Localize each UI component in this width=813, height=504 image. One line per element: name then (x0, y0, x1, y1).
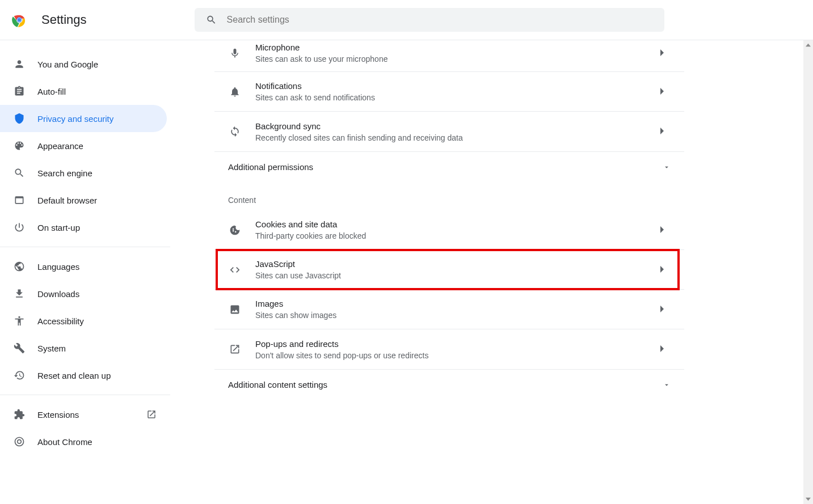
sidebar-item-label: Reset and clean up (37, 371, 167, 380)
svg-point-3 (18, 18, 21, 22)
chevron-right-icon (659, 48, 671, 58)
chrome-outline-icon (14, 436, 25, 447)
sidebar-item-label: About Chrome (37, 437, 167, 447)
sidebar-divider (0, 247, 170, 247)
scrollbar[interactable] (803, 40, 813, 504)
setting-row-background-sync[interactable]: Background sync Recently closed sites ca… (214, 112, 684, 151)
row-subtitle: Sites can ask to use your microphone (255, 54, 646, 63)
setting-row-notifications[interactable]: Notifications Sites can ask to send noti… (214, 72, 684, 112)
chevron-right-icon (659, 344, 671, 354)
sidebar-item-label: Extensions (37, 410, 134, 420)
sidebar-item-label: Downloads (37, 289, 167, 299)
browser-icon (14, 194, 25, 206)
setting-row-images[interactable]: Images Sites can show images (214, 290, 684, 329)
page-title: Settings (41, 12, 87, 27)
search-input[interactable] (227, 15, 653, 25)
sidebar-item-system[interactable]: System (0, 334, 167, 362)
sidebar-item-downloads[interactable]: Downloads (0, 280, 167, 307)
header: Settings (0, 0, 813, 40)
clipboard-icon (14, 86, 25, 97)
chevron-right-icon (659, 225, 671, 235)
scroll-up-button[interactable] (803, 40, 813, 50)
popup-icon (228, 342, 242, 356)
settings-panel: Microphone Sites can ask to use your mic… (214, 40, 684, 504)
chevron-right-icon (659, 126, 671, 137)
row-title: Pop-ups and redirects (255, 339, 646, 349)
sidebar-item-label: Auto-fill (37, 87, 167, 96)
sidebar-item-accessibility[interactable]: Accessibility (0, 307, 167, 334)
code-icon (228, 263, 242, 277)
sidebar-item-privacy-and-security[interactable]: Privacy and security (0, 105, 167, 132)
row-title: Cookies and site data (255, 219, 646, 229)
sidebar-item-appearance[interactable]: Appearance (0, 132, 167, 159)
expand-label: Additional content settings (228, 380, 327, 389)
shield-icon (14, 113, 25, 124)
search-icon (14, 167, 25, 179)
sidebar-item-auto-fill[interactable]: Auto-fill (0, 78, 167, 105)
chrome-logo-icon (11, 12, 27, 28)
puzzle-icon (14, 409, 25, 420)
row-subtitle: Sites can use Javascript (255, 271, 646, 280)
sidebar-item-label: Languages (37, 262, 167, 272)
search-icon (206, 14, 217, 26)
sidebar-item-languages[interactable]: Languages (0, 253, 167, 280)
row-subtitle: Third-party cookies are blocked (255, 231, 646, 240)
sidebar-item-extensions[interactable]: Extensions (0, 401, 167, 428)
row-title: Notifications (255, 81, 646, 91)
row-title: Microphone (255, 43, 646, 52)
sidebar-item-reset[interactable]: Reset and clean up (0, 362, 167, 389)
sidebar-item-label: Default browser (37, 196, 167, 205)
sidebar-item-label: Privacy and security (37, 114, 167, 124)
sidebar-item-label: System (37, 344, 167, 353)
sidebar: You and Google Auto-fill Privacy and sec… (0, 40, 170, 504)
expand-label: Additional permissions (228, 162, 313, 172)
row-subtitle: Sites can show images (255, 311, 646, 320)
open-external-icon (146, 409, 157, 420)
expand-additional-content[interactable]: Additional content settings (214, 369, 684, 400)
content-area: Microphone Sites can ask to use your mic… (170, 40, 813, 504)
palette-icon (14, 140, 25, 151)
sidebar-item-default-browser[interactable]: Default browser (0, 187, 167, 214)
sidebar-item-search-engine[interactable]: Search engine (0, 159, 167, 187)
chevron-right-icon (659, 87, 671, 97)
wrench-icon (14, 342, 25, 354)
setting-row-popups[interactable]: Pop-ups and redirects Don't allow sites … (214, 329, 684, 369)
sidebar-item-label: Search engine (37, 168, 167, 178)
section-header-content: Content (214, 182, 684, 210)
row-subtitle: Don't allow sites to send pop-ups or use… (255, 351, 646, 360)
sidebar-item-label: Accessibility (37, 316, 167, 326)
row-subtitle: Sites can ask to send notifications (255, 93, 646, 102)
restore-icon (14, 370, 25, 381)
expand-additional-permissions[interactable]: Additional permissions (214, 151, 684, 182)
image-icon (228, 303, 242, 316)
row-title: JavaScript (255, 259, 646, 269)
globe-icon (14, 261, 25, 272)
download-icon (14, 288, 25, 299)
cookie-icon (228, 223, 242, 237)
chevron-right-icon (659, 265, 671, 275)
person-icon (14, 58, 25, 70)
chevron-down-icon (663, 163, 671, 171)
row-title: Images (255, 299, 646, 308)
sidebar-item-label: On start-up (37, 223, 167, 232)
setting-row-cookies[interactable]: Cookies and site data Third-party cookie… (214, 210, 684, 250)
sidebar-divider (0, 395, 170, 395)
search-box[interactable] (195, 8, 664, 32)
sync-icon (228, 125, 242, 138)
microphone-icon (228, 46, 242, 60)
setting-row-javascript[interactable]: JavaScript Sites can use Javascript (214, 250, 684, 290)
row-title: Background sync (255, 121, 646, 131)
sidebar-item-about-chrome[interactable]: About Chrome (0, 428, 167, 455)
sidebar-item-label: You and Google (37, 60, 167, 69)
sidebar-item-label: Appearance (37, 141, 167, 151)
power-icon (14, 222, 25, 233)
chevron-right-icon (659, 304, 671, 315)
bell-icon (228, 85, 242, 99)
setting-row-microphone[interactable]: Microphone Sites can ask to use your mic… (214, 40, 684, 72)
sidebar-item-on-start-up[interactable]: On start-up (0, 214, 167, 241)
scroll-down-button[interactable] (803, 494, 813, 504)
chevron-down-icon (663, 381, 671, 389)
row-subtitle: Recently closed sites can finish sending… (255, 133, 646, 142)
accessibility-icon (14, 315, 25, 327)
sidebar-item-you-and-google[interactable]: You and Google (0, 50, 167, 78)
